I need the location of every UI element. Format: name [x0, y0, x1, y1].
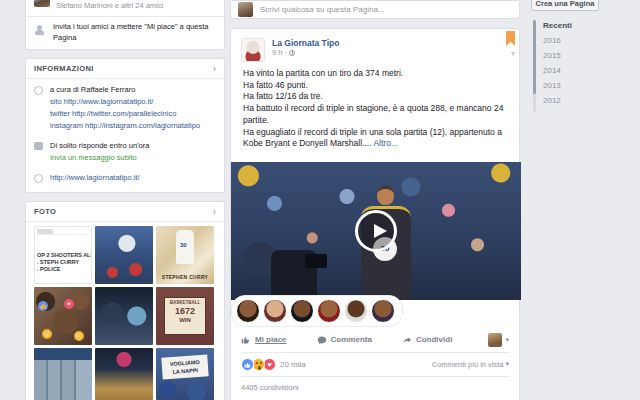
play-button[interactable]: [355, 210, 397, 252]
like-button[interactable]: Mi piace: [241, 335, 287, 345]
commenter-avatar[interactable]: [317, 299, 341, 323]
photo-thumb-banner-crowd[interactable]: VOGLIAMO LA NAPPI: [156, 348, 214, 400]
photo-grid: OP 2 SHOOTERS ALL TIM . STEPH CURRY . PO…: [26, 222, 224, 400]
caret-down-icon: ▾: [505, 336, 509, 344]
photo-thumb-lockers-meme[interactable]: [34, 348, 92, 400]
photo-thumb-court[interactable]: [95, 287, 153, 345]
site-link[interactable]: sito http://www.lagiornatatipo.it/: [50, 96, 200, 108]
banner-sign: VOGLIAMO LA NAPPI: [161, 354, 208, 379]
chevron-right-icon: ›: [213, 208, 216, 216]
post-line: Ha vinto la partita con un tiro da 374 m…: [243, 68, 507, 80]
photo-thumb-curry-poster[interactable]: 30 STEPHEN CURRY: [156, 226, 214, 284]
post-line: Ha eguagliato il record di triple in una…: [243, 127, 507, 150]
wow-reaction-icon: 😐: [74, 331, 84, 341]
see-more-link[interactable]: Altro...: [373, 138, 398, 148]
share-button[interactable]: Condividi: [402, 335, 452, 345]
facebook-page: Piace a 131.461 persone Stefano Marinoni…: [0, 0, 640, 400]
comment-button[interactable]: Commenta: [317, 335, 372, 345]
comment-button-label: Commenta: [331, 335, 372, 344]
composer-placeholder: Scrivi qualcosa su questa Pagina...: [260, 5, 385, 14]
curator-icon: [34, 86, 43, 95]
post-author-link[interactable]: La Giornata Tipo: [272, 38, 339, 48]
curry-name: STEPHEN CURRY: [156, 274, 214, 280]
scoreboard-panel: BASKETBALL 1672 WIN: [164, 297, 206, 335]
like-reaction-icon: 👍: [38, 301, 48, 311]
timeline-item-2016[interactable]: 2016: [543, 33, 572, 48]
love-reaction-icon: ♥: [64, 299, 74, 309]
website-link[interactable]: http://www.lagiornatatipo.it/: [50, 172, 140, 184]
timeline-scrollbar-track[interactable]: [533, 20, 536, 112]
info-header-row[interactable]: INFORMAZIONI ›: [26, 59, 224, 78]
timeline-nav: Recenti 2016 2015 2014 2013 2012: [543, 18, 572, 108]
photo-thumb-arena[interactable]: [95, 348, 153, 400]
post-composer[interactable]: Scrivi qualcosa su questa Pagina...: [230, 0, 520, 19]
twitter-link[interactable]: twitter http://twitter.com/parallelecini…: [50, 108, 200, 120]
shares-count[interactable]: 4405 condivisioni: [231, 377, 519, 396]
create-page-button[interactable]: Crea una Pagina: [531, 0, 599, 11]
photo-thumb-scoreboard[interactable]: BASKETBALL 1672 WIN: [156, 287, 214, 345]
meme-header-bar: [37, 229, 89, 235]
lockers-meme-text: [34, 348, 92, 360]
timeline-item-2014[interactable]: 2014: [543, 63, 572, 78]
photos-card: FOTO › OP 2 SHOOTERS ALL TIM . STEPH CUR…: [25, 201, 225, 400]
timeline-item-2012[interactable]: 2012: [543, 93, 572, 108]
meme-line: OP 2 SHOOTERS ALL TIM: [35, 251, 91, 258]
friends-who-like-text: Stefano Marinoni e altri 24 amici: [56, 1, 163, 11]
scoreboard-line: BASKETBALL: [165, 298, 205, 305]
video-player[interactable]: 30: [231, 162, 521, 300]
info-website-item: http://www.lagiornatatipo.it/: [26, 167, 224, 192]
photos-section-title: FOTO: [34, 207, 56, 216]
invite-friends-text: Invita i tuoi amici a mettere "Mi piace"…: [53, 22, 216, 43]
commenter-avatar[interactable]: [263, 299, 287, 323]
instagram-link[interactable]: instagram http://instagram.com/lagiornat…: [50, 120, 200, 132]
comments-filter-label: Commenti più in vista: [432, 360, 504, 369]
likes-row: Piace a 131.461 persone Stefano Marinoni…: [26, 0, 224, 16]
caret-down-icon: ▾: [505, 360, 509, 368]
post-card: ▾ La Giornata Tipo 9 h · Ha vinto la par…: [230, 28, 520, 400]
curry-number: 30: [180, 242, 187, 248]
timeline-item-2015[interactable]: 2015: [543, 48, 572, 63]
post-as-selector[interactable]: ▾: [488, 333, 509, 347]
timeline-scrollbar-thumb[interactable]: [533, 20, 536, 94]
photo-thumb-crowd[interactable]: [95, 226, 153, 284]
photo-thumb-reactions-meme[interactable]: 👍 ♥ 😮 😐: [34, 287, 92, 345]
page-likes-card: Piace a 131.461 persone Stefano Marinoni…: [25, 0, 225, 50]
post-header: La Giornata Tipo 9 h ·: [231, 29, 519, 62]
post-timestamp[interactable]: 9 h: [272, 48, 282, 58]
scoreboard-line: 1672: [165, 305, 205, 317]
invite-friends-row[interactable]: Invita i tuoi amici a mettere "Mi piace"…: [26, 17, 224, 49]
response-time-text: Di solito risponde entro un'ora: [50, 140, 149, 152]
photo-thumb-meme[interactable]: OP 2 SHOOTERS ALL TIM . STEPH CURRY . PO…: [34, 226, 92, 284]
info-curator-item: a cura di Raffaele Ferraro sito http://w…: [26, 79, 224, 135]
post-meta: 9 h ·: [272, 48, 339, 58]
commenter-avatar[interactable]: [371, 299, 395, 323]
meta-separator: ·: [284, 48, 287, 58]
user-avatar: [238, 2, 253, 17]
send-message-link[interactable]: Invia un messaggio subito: [50, 152, 149, 164]
info-response-item: Di solito risponde entro un'ora Invia un…: [26, 135, 224, 167]
commenter-avatar[interactable]: [236, 299, 260, 323]
page-avatar[interactable]: [241, 38, 265, 62]
reaction-icons[interactable]: ♥: [241, 358, 274, 371]
photos-header-row[interactable]: FOTO ›: [26, 202, 224, 221]
post-menu-chevron-down-icon[interactable]: ▾: [511, 49, 515, 58]
commenter-avatar[interactable]: [290, 299, 314, 323]
comments-filter-dropdown[interactable]: Commenti più in vista ▾: [432, 360, 509, 369]
timeline-item-recenti[interactable]: Recenti: [543, 18, 572, 33]
wow-reaction-icon: 😮: [42, 329, 52, 339]
identity-avatar: [488, 333, 502, 347]
timeline-item-2013[interactable]: 2013: [543, 78, 572, 93]
post-line: Ha fatto 46 punti.: [243, 80, 507, 92]
post-text: Ha vinto la partita con un tiro da 374 m…: [243, 68, 507, 150]
friend-avatar[interactable]: [34, 0, 50, 7]
meme-line: . POLICE: [35, 265, 91, 272]
thumbs-up-icon: [241, 335, 251, 345]
curator-text: a cura di Raffaele Ferraro: [50, 84, 200, 96]
main-feed-column: Scrivi qualcosa su questa Pagina... ▾ La…: [230, 0, 520, 400]
commenter-avatar[interactable]: [344, 299, 368, 323]
left-sidebar: Piace a 131.461 persone Stefano Marinoni…: [25, 0, 225, 400]
reactions-count[interactable]: 20 mila: [280, 360, 306, 369]
share-button-label: Condividi: [416, 335, 452, 344]
info-card: INFORMAZIONI › a cura di Raffaele Ferrar…: [25, 58, 225, 193]
meme-line: . STEPH CURRY: [35, 258, 91, 265]
